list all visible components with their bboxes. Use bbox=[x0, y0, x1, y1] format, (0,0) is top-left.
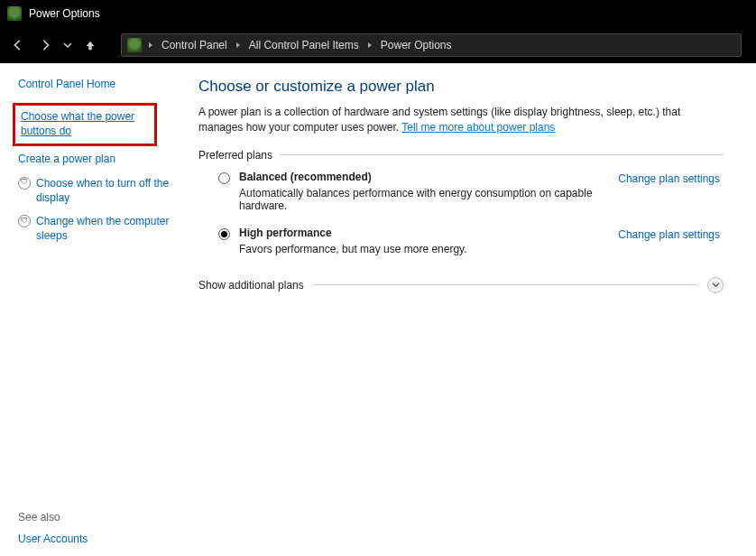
navbar: Control Panel All Control Panel Items Po… bbox=[0, 27, 756, 63]
sidebar-link-display-off[interactable]: 🛡 Choose when to turn off the display bbox=[18, 176, 180, 205]
back-button[interactable] bbox=[7, 34, 29, 56]
sidebar: Control Panel Home Choose what the power… bbox=[0, 63, 180, 556]
breadcrumb-item[interactable]: Power Options bbox=[377, 37, 456, 53]
sidebar-link-power-buttons[interactable]: Choose what the power buttons do bbox=[21, 109, 149, 138]
preferred-plans-group: Preferred plans Balanced (recommended) A… bbox=[198, 149, 724, 261]
plan-name: Balanced (recommended) bbox=[239, 171, 618, 183]
see-also-user-accounts[interactable]: User Accounts bbox=[18, 533, 180, 545]
sidebar-link-sleep[interactable]: 🛡 Change when the computer sleeps bbox=[18, 214, 180, 243]
address-bar[interactable]: Control Panel All Control Panel Items Po… bbox=[121, 33, 742, 57]
change-plan-settings-link[interactable]: Change plan settings bbox=[618, 172, 720, 185]
breadcrumb-item[interactable]: Control Panel bbox=[158, 37, 231, 53]
additional-plans-expander[interactable]: Show additional plans bbox=[198, 277, 724, 293]
shield-icon: 🛡 bbox=[18, 177, 31, 190]
sidebar-link-label: Create a power plan bbox=[18, 152, 115, 166]
plan-radio-high-performance[interactable] bbox=[218, 228, 230, 240]
main-panel: Choose or customize a power plan A power… bbox=[180, 63, 756, 556]
history-dropdown[interactable] bbox=[61, 34, 74, 56]
highlighted-link-box: Choose what the power buttons do bbox=[13, 103, 157, 146]
change-plan-settings-link[interactable]: Change plan settings bbox=[618, 228, 720, 241]
sidebar-link-label: Choose when to turn off the display bbox=[36, 176, 171, 205]
chevron-right-icon bbox=[366, 39, 373, 51]
page-description: A power plan is a collection of hardware… bbox=[198, 105, 724, 136]
plan-high-performance: High performance Favors performance, but… bbox=[198, 218, 724, 261]
titlebar: Power Options bbox=[0, 0, 756, 27]
shield-icon: 🛡 bbox=[18, 215, 31, 227]
see-also-label: See also bbox=[18, 511, 180, 524]
plan-radio-balanced[interactable] bbox=[218, 172, 230, 184]
chevron-down-icon[interactable] bbox=[707, 277, 724, 293]
window-title: Power Options bbox=[29, 7, 100, 20]
plan-name: High performance bbox=[239, 227, 467, 239]
content-area: Control Panel Home Choose what the power… bbox=[0, 63, 756, 556]
chevron-right-icon bbox=[147, 39, 154, 51]
breadcrumb-item[interactable]: All Control Panel Items bbox=[245, 37, 363, 53]
forward-button[interactable] bbox=[34, 34, 56, 56]
plan-desc: Favors performance, but may use more ene… bbox=[239, 243, 467, 255]
expander-label: Show additional plans bbox=[198, 279, 304, 292]
plan-balanced: Balanced (recommended) Automatically bal… bbox=[198, 162, 724, 218]
sidebar-link-label: Change when the computer sleeps bbox=[36, 214, 171, 243]
chevron-right-icon bbox=[235, 39, 242, 51]
app-icon bbox=[7, 6, 22, 21]
up-button[interactable] bbox=[79, 34, 101, 56]
sidebar-link-label: Choose what the power buttons do bbox=[21, 109, 140, 138]
control-panel-home-link[interactable]: Control Panel Home bbox=[18, 78, 180, 90]
page-title: Choose or customize a power plan bbox=[198, 78, 724, 96]
learn-more-link[interactable]: Tell me more about power plans bbox=[401, 121, 555, 134]
address-icon bbox=[127, 38, 142, 52]
plan-desc: Automatically balances performance with … bbox=[239, 187, 618, 212]
sidebar-link-create-plan[interactable]: Create a power plan bbox=[18, 152, 180, 166]
preferred-plans-label: Preferred plans bbox=[198, 149, 724, 162]
